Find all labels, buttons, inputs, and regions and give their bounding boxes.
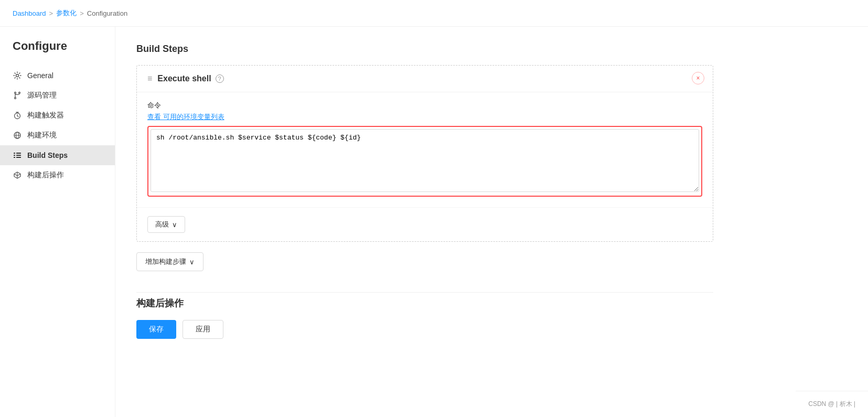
build-steps-title: Build Steps [136, 44, 847, 55]
command-field-label: 命令 [147, 101, 702, 110]
globe-icon [13, 131, 22, 140]
svg-rect-7 [14, 153, 15, 154]
build-step-card: ≡ Execute shell ? × 命令 查看 可用的环境变量列表 sh /… [136, 65, 713, 242]
sidebar-item-trigger-label: 构建触发器 [27, 111, 64, 120]
close-step-button[interactable]: × [692, 72, 704, 84]
build-step-header: ≡ Execute shell ? × [137, 66, 713, 92]
svg-rect-11 [14, 157, 15, 158]
advanced-label: 高级 [155, 220, 169, 229]
command-highlight-wrapper: sh /root/ansible.sh $service $status ${c… [147, 126, 702, 197]
sidebar-item-env[interactable]: 构建环境 [0, 125, 115, 145]
env-variables-link[interactable]: 查看 可用的环境变量列表 [147, 112, 702, 122]
cube-icon [13, 170, 22, 180]
clock-icon [13, 111, 22, 120]
breadcrumb: Dashboard > 参数化 > Configuration [0, 0, 868, 27]
breadcrumb-configuration: Configuration [87, 9, 127, 17]
sidebar-item-source[interactable]: 源码管理 [0, 85, 115, 105]
breadcrumb-parameterize[interactable]: 参数化 [56, 8, 77, 18]
sidebar-item-source-label: 源码管理 [27, 91, 57, 100]
footer: CSDN @ | 析木 | [796, 391, 868, 417]
drag-handle-icon[interactable]: ≡ [147, 74, 152, 83]
gear-icon [13, 71, 22, 80]
breadcrumb-dashboard[interactable]: Dashboard [13, 9, 46, 17]
advanced-chevron-icon: ∨ [172, 221, 177, 229]
bottom-bar: 保存 应用 [136, 320, 847, 339]
sidebar: Configure General 源码管理 [0, 27, 115, 417]
svg-rect-9 [14, 155, 15, 156]
main-content: Build Steps ≡ Execute shell ? × 命令 查看 可用… [115, 27, 868, 417]
svg-rect-12 [16, 157, 21, 158]
advanced-button[interactable]: 高级 ∨ [147, 216, 185, 233]
add-step-label: 增加构建步骤 [145, 257, 186, 266]
sidebar-item-postbuild[interactable]: 构建后操作 [0, 165, 115, 185]
sidebar-item-general-label: General [27, 71, 53, 80]
post-build-title: 构建后操作 [136, 292, 713, 309]
breadcrumb-sep-2: > [80, 9, 84, 17]
add-build-step-button[interactable]: 增加构建步骤 ∨ [136, 252, 203, 271]
sidebar-item-buildsteps-label: Build Steps [27, 151, 68, 159]
step-body: 命令 查看 可用的环境变量列表 sh /root/ansible.sh $ser… [137, 92, 713, 207]
sidebar-item-postbuild-label: 构建后操作 [27, 170, 64, 180]
sidebar-item-env-label: 构建环境 [27, 131, 57, 140]
help-icon[interactable]: ? [216, 74, 224, 83]
list-icon [13, 151, 22, 160]
branch-icon [13, 91, 22, 100]
command-textarea[interactable]: sh /root/ansible.sh $service $status ${c… [151, 129, 699, 192]
svg-rect-10 [16, 155, 21, 156]
svg-rect-8 [16, 153, 21, 154]
svg-point-0 [16, 74, 19, 77]
sidebar-item-trigger[interactable]: 构建触发器 [0, 105, 115, 125]
apply-button[interactable]: 应用 [183, 320, 223, 339]
sidebar-title: Configure [0, 39, 115, 66]
save-button[interactable]: 保存 [136, 320, 176, 339]
sidebar-item-general[interactable]: General [0, 66, 115, 85]
breadcrumb-sep-1: > [49, 9, 53, 17]
execute-shell-title: Execute shell [157, 74, 211, 83]
advanced-section: 高级 ∨ [137, 207, 713, 241]
add-step-chevron-icon: ∨ [189, 258, 195, 266]
sidebar-item-buildsteps[interactable]: Build Steps [0, 145, 115, 165]
